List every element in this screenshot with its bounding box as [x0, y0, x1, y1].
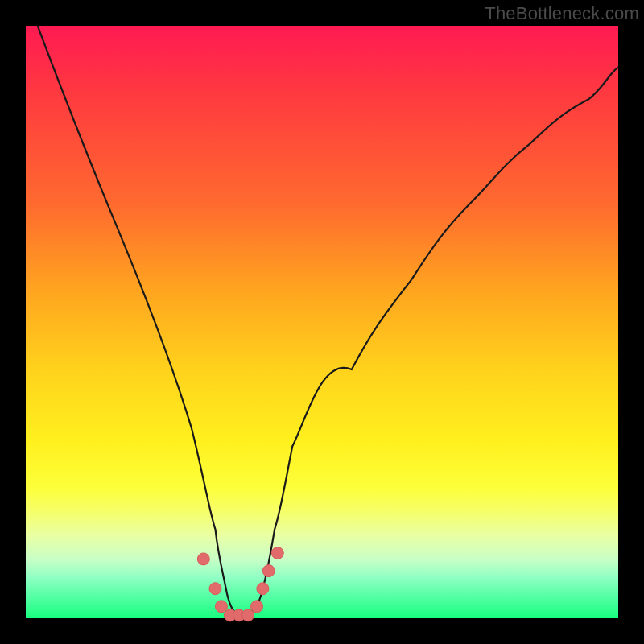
curve-marker — [209, 583, 221, 595]
curve-marker — [197, 553, 209, 565]
watermark-text: TheBottleneck.com — [485, 3, 639, 24]
curve-marker — [251, 601, 263, 613]
marker-group — [197, 547, 283, 621]
curve-marker — [262, 565, 275, 577]
plot-area — [26, 26, 618, 618]
curve-marker — [271, 547, 283, 559]
chart-frame: TheBottleneck.com — [0, 0, 644, 644]
curve-marker — [242, 609, 254, 621]
curve-marker — [257, 583, 269, 595]
bottleneck-curve — [38, 26, 618, 616]
curve-layer — [26, 26, 618, 618]
curve-marker — [215, 601, 227, 613]
